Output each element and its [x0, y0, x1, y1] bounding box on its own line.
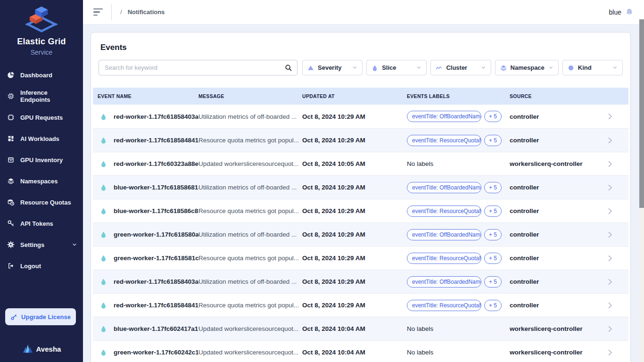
upgrade-key-icon — [10, 313, 17, 321]
table-row[interactable]: green-worker-1.17fc618580abc Utilization… — [93, 222, 628, 246]
chevron-right-icon[interactable] — [606, 302, 614, 309]
sidebar-item-logout[interactable]: Logout — [7, 259, 83, 272]
sidebar-item-resource-quotas[interactable]: Resource Quotas — [7, 196, 83, 209]
chevron-right-icon[interactable] — [606, 231, 614, 239]
row-chevron-cell — [602, 207, 618, 215]
event-name: green-worker-1.17fc60242c1d1 — [114, 349, 198, 356]
sidebar-item-namespaces[interactable]: Namespaces — [7, 174, 83, 188]
label-more-chip[interactable]: + 5 — [484, 300, 502, 311]
events-panel: Events Severity Slice — [91, 32, 631, 362]
label-more-chip[interactable]: + 5 — [484, 111, 502, 122]
table-row[interactable]: blue-worker-1.17fc61858681abf Utilizatio… — [93, 175, 628, 199]
chevron-right-icon[interactable] — [606, 184, 614, 191]
event-labels-cell: eventTitle: ResourceQuotaMe + 5 — [407, 206, 510, 217]
search-icon — [285, 64, 292, 72]
column-header-events-labels: EVENTS LABELS — [407, 93, 510, 99]
sidebar-item-label: Inference Endpoints — [20, 89, 77, 103]
table-row[interactable]: blue-worker-1.17fc602417a1f20 Updated wo… — [93, 317, 628, 340]
sidebar-item-api-tokens[interactable]: API Tokens — [7, 217, 83, 230]
chevron-right-icon[interactable] — [606, 325, 614, 333]
event-droplet-icon — [100, 255, 107, 262]
label-chip[interactable]: eventTitle: OffBoardedNames — [407, 182, 481, 193]
label-chip[interactable]: eventTitle: OffBoardedNames — [407, 229, 481, 240]
scrollbar-thumb[interactable] — [639, 19, 644, 208]
chevron-right-icon[interactable] — [606, 137, 614, 144]
event-name: red-worker-1.17fc618584841f5e — [114, 302, 198, 309]
table-row[interactable]: red-worker-1.17fc61858403ac1l Utilizatio… — [93, 270, 628, 293]
table-row[interactable]: green-worker-1.17fc618581c22 Resource qu… — [93, 246, 628, 270]
table-row[interactable]: green-worker-1.17fc60242c1d1 Updated wor… — [93, 340, 628, 362]
gear-icon — [7, 240, 15, 249]
row-icon-cell — [93, 349, 114, 356]
chevron-down-icon — [612, 65, 618, 70]
sidebar: Elastic Grid Service Dashboard Inference… — [0, 0, 83, 362]
table-row[interactable]: red-worker-1.17fc618584841f5e Resource q… — [93, 293, 628, 317]
menu-toggle-icon[interactable] — [93, 8, 103, 16]
sidebar-item-inference-endpoints[interactable]: Inference Endpoints — [7, 90, 83, 103]
sidebar-item-ai-workloads[interactable]: AI Workloads — [7, 132, 83, 145]
search-input[interactable] — [99, 60, 297, 75]
label-chip[interactable]: eventTitle: ResourceQuotaMe — [407, 253, 481, 264]
table-row[interactable]: blue-worker-1.17fc618586c8fbl Resource q… — [93, 199, 628, 222]
event-updated: Oct 8, 2024 10:04 AM — [302, 349, 407, 356]
namespace-layers-icon — [500, 65, 507, 71]
table-header: EVENT NAME MESSAGE UPDATED AT EVENTS LAB… — [93, 88, 628, 105]
event-labels-cell: No labels — [407, 325, 510, 332]
search-button[interactable] — [281, 62, 296, 74]
label-chip[interactable]: eventTitle: ResourceQuotaMe — [407, 300, 481, 311]
label-more-chip[interactable]: + 5 — [484, 206, 502, 217]
layers-icon — [7, 177, 15, 185]
label-chip[interactable]: eventTitle: OffBoardedNames — [407, 111, 481, 122]
event-droplet-icon — [100, 207, 107, 214]
row-icon-cell — [93, 325, 114, 332]
sidebar-item-dashboard[interactable]: Dashboard — [7, 68, 83, 82]
upgrade-license-button[interactable]: Upgrade License — [5, 308, 76, 325]
row-chevron-cell — [602, 349, 618, 356]
sidebar-item-label: Resource Quotas — [20, 199, 71, 206]
event-name: green-worker-1.17fc618581c22 — [114, 255, 198, 262]
chevron-down-icon[interactable] — [72, 242, 77, 247]
label-more-chip[interactable]: + 5 — [484, 253, 502, 264]
filter-kind[interactable]: Kind — [562, 60, 623, 75]
chevron-right-icon[interactable] — [606, 278, 614, 286]
event-labels-cell: eventTitle: ResourceQuotaMe + 5 — [407, 253, 510, 264]
label-chip[interactable]: eventTitle: ResourceQuotaMe — [407, 206, 481, 217]
sidebar-item-gpu-requests[interactable]: GPU Requests — [7, 111, 83, 124]
label-more-chip[interactable]: + 5 — [484, 229, 502, 240]
event-droplet-icon — [100, 184, 107, 191]
chevron-right-icon[interactable] — [606, 160, 614, 168]
event-source: controller — [510, 302, 602, 309]
label-chip[interactable]: eventTitle: ResourceQuotaMe — [407, 135, 481, 146]
bell-icon[interactable] — [625, 8, 634, 16]
chip-icon — [7, 92, 15, 100]
chevron-right-icon[interactable] — [606, 255, 614, 262]
chevron-right-icon[interactable] — [606, 207, 614, 215]
label-more-chip[interactable]: + 5 — [484, 182, 502, 193]
table-row[interactable]: red-worker-1.17fc618584841f5e Resource q… — [93, 128, 628, 152]
breadcrumb[interactable]: Notifications — [128, 8, 165, 16]
event-name: blue-worker-1.17fc618586c8fbl — [114, 207, 198, 214]
grid-icon — [7, 134, 15, 143]
chevron-right-icon[interactable] — [606, 113, 614, 120]
filter-cluster[interactable]: Cluster — [430, 60, 491, 75]
event-name: red-worker-1.17fc61858403ac1l — [114, 278, 198, 285]
event-labels-cell: No labels — [407, 349, 510, 356]
topbar: / Notifications blue — [83, 0, 644, 25]
sidebar-item-settings[interactable]: Settings — [7, 238, 83, 251]
label-more-chip[interactable]: + 5 — [484, 135, 502, 146]
sidebar-item-gpu-inventory[interactable]: GPU Inventory — [7, 153, 83, 166]
table-row[interactable]: red-worker-1.17fc60323a88e32 Updated wor… — [93, 152, 628, 175]
no-labels: No labels — [407, 325, 433, 332]
brand-footer: Avesha — [0, 344, 83, 354]
filter-severity[interactable]: Severity — [302, 60, 363, 75]
label-more-chip[interactable]: + 5 — [484, 276, 502, 288]
table-row[interactable]: red-worker-1.17fc61858403ac1l Utilizatio… — [93, 105, 628, 128]
label-chip[interactable]: eventTitle: OffBoardedNames — [407, 276, 481, 288]
severity-triangle-icon — [307, 65, 314, 71]
chevron-right-icon[interactable] — [606, 349, 614, 356]
filter-slice[interactable]: Slice — [366, 60, 427, 75]
user-label: blue — [609, 8, 621, 16]
filter-namespace[interactable]: Namespace — [495, 60, 559, 75]
filter-label: Kind — [578, 64, 592, 71]
sidebar-item-label: GPU Requests — [20, 114, 63, 121]
